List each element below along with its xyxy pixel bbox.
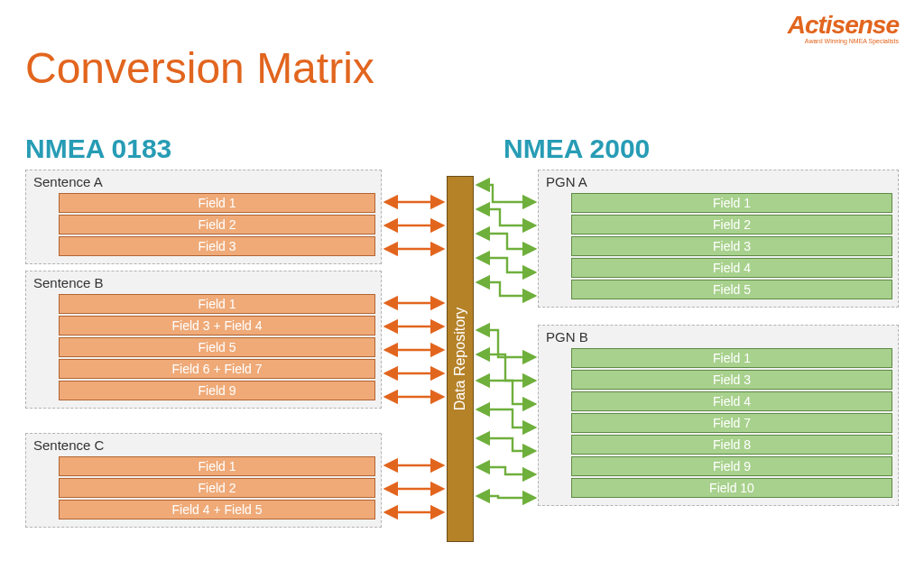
pgn-a-field: Field 5 [571, 280, 892, 299]
sentence-b-field: Field 9 [59, 381, 375, 400]
data-repository: Data Repository [447, 176, 474, 542]
sentence-a-field: Field 1 [59, 193, 375, 213]
brand-logo: Actisense Award Winning NMEA Specialists [788, 11, 899, 44]
pgn-a-title: PGN A [544, 174, 892, 189]
pgn-b-field: Field 8 [571, 435, 892, 455]
page-title: Conversion Matrix [25, 43, 374, 93]
sentence-a-title: Sentence A [32, 174, 375, 189]
column-header-right: NMEA 2000 [504, 133, 650, 164]
pgn-b-field: Field 9 [571, 456, 892, 476]
pgn-a-panel: PGN A Field 1 Field 2 Field 3 Field 4 Fi… [538, 170, 899, 308]
pgn-b-panel: PGN B Field 1 Field 3 Field 4 Field 7 Fi… [538, 325, 899, 506]
pgn-b-field: Field 3 [571, 370, 892, 390]
pgn-a-field: Field 1 [571, 193, 892, 213]
sentence-b-field: Field 1 [59, 294, 375, 314]
pgn-b-title: PGN B [544, 329, 892, 345]
pgn-a-field: Field 3 [571, 236, 892, 256]
pgn-b-field: Field 10 [571, 478, 892, 498]
pgn-a-field: Field 4 [571, 258, 892, 278]
pgn-b-field: Field 4 [571, 391, 892, 411]
sentence-a-field: Field 2 [59, 215, 375, 234]
data-repository-label: Data Repository [452, 308, 468, 411]
sentence-c-panel: Sentence C Field 1 Field 2 Field 4 + Fie… [25, 433, 382, 528]
sentence-a-field: Field 3 [59, 236, 375, 256]
sentence-b-field: Field 6 + Field 7 [59, 359, 375, 379]
sentence-b-field: Field 5 [59, 337, 375, 357]
sentence-c-field: Field 2 [59, 478, 375, 498]
sentence-b-title: Sentence B [32, 275, 375, 290]
sentence-b-panel: Sentence B Field 1 Field 3 + Field 4 Fie… [25, 271, 382, 409]
column-header-left: NMEA 0183 [25, 133, 171, 164]
brand-name: Actisense [788, 11, 899, 40]
sentence-a-panel: Sentence A Field 1 Field 2 Field 3 [25, 170, 382, 264]
sentence-c-field: Field 1 [59, 456, 375, 476]
sentence-c-field: Field 4 + Field 5 [59, 500, 375, 519]
brand-tagline: Award Winning NMEA Specialists [788, 38, 899, 44]
pgn-b-field: Field 1 [571, 348, 892, 368]
pgn-b-field: Field 7 [571, 413, 892, 433]
pgn-a-field: Field 2 [571, 215, 892, 234]
sentence-c-title: Sentence C [32, 437, 375, 453]
sentence-b-field: Field 3 + Field 4 [59, 316, 375, 336]
